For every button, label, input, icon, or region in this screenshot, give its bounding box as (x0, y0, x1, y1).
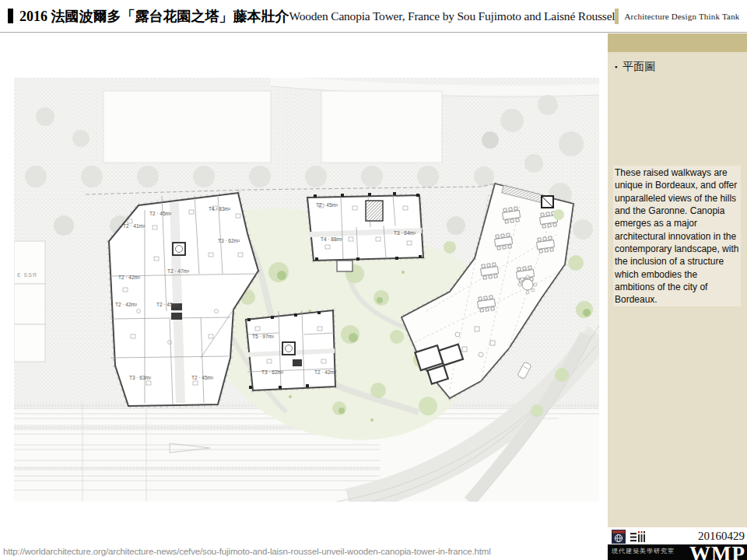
unit-label: T3 · 62m² (218, 238, 240, 243)
lab-name-text: 現代建築美學研究室 (612, 547, 675, 555)
footer-logo-row: 20160429 (608, 528, 747, 544)
unit-label: T2 · 45m² (156, 302, 179, 307)
section-label: 平面圖 (622, 60, 655, 74)
unit-label: T3 · 64m² (394, 230, 416, 236)
street-label: E SSR (17, 272, 37, 278)
presentation-slide: 2016 法國波爾多「露台花園之塔」藤本壯介 Wooden Canopia To… (0, 0, 747, 560)
slide-header: 2016 法國波爾多「露台花園之塔」藤本壯介 Wooden Canopia To… (0, 0, 747, 33)
slide-title-chinese: 2016 法國波爾多「露台花園之塔」藤本壯介 (19, 7, 289, 26)
source-url-link[interactable]: http://worldarchitecture.org/architectur… (3, 547, 491, 556)
square-bullet-icon: ▪ (615, 63, 617, 71)
brand-separator-bar (615, 9, 619, 24)
unit-label: T3 · 62m² (261, 369, 284, 375)
sidebar-top-band (608, 33, 747, 52)
description-text: These raised walkways are unique in Bord… (613, 166, 741, 306)
unit-label: T4 · 88m² (321, 236, 343, 242)
site-plan-figure: E SSR T2 · 45m² T2 · 41m² T4 · 83m² T3 ·… (14, 78, 599, 502)
brand-text: Architecture Design Think Tank (624, 12, 739, 21)
slide-title-english: Wooden Canopia Tower, France by Sou Fuji… (289, 9, 615, 23)
unit-label: T4 · 83m² (209, 206, 231, 212)
unit-label: T2 · 41m² (123, 223, 146, 229)
bars-logo-icon (630, 530, 646, 544)
unit-label: T2 · 45m² (149, 211, 172, 216)
unit-label: T2 · 47m² (167, 268, 190, 274)
footer-black-bar: 現代建築美學研究室 WMP (608, 544, 747, 560)
unit-label: T2 · 42m² (314, 369, 337, 375)
unit-label: T2 · 42m² (118, 275, 141, 280)
adjacent-building-west: E SSR (14, 241, 45, 362)
title-accent-bar (8, 9, 13, 23)
unit-label: T2 · 45m² (316, 202, 338, 208)
slide-date: 20160429 (698, 530, 745, 543)
wmp-wordmark: WMP (689, 544, 745, 560)
right-sidebar: ▪ 平面圖 These raised walkways are unique i… (608, 33, 747, 527)
bottom-building-plan (246, 310, 335, 390)
unit-label: T2 · 45m² (191, 375, 214, 380)
unit-label: T3 · 63m² (129, 375, 152, 380)
globe-logo-icon (612, 530, 626, 544)
site-plan-svg: E SSR T2 · 45m² T2 · 41m² T4 · 83m² T3 ·… (14, 78, 599, 502)
sidebar-section-heading: ▪ 平面圖 (615, 60, 655, 74)
unit-label: T2 · 42m² (115, 302, 138, 307)
unit-label: T5 · 97m² (252, 334, 275, 339)
